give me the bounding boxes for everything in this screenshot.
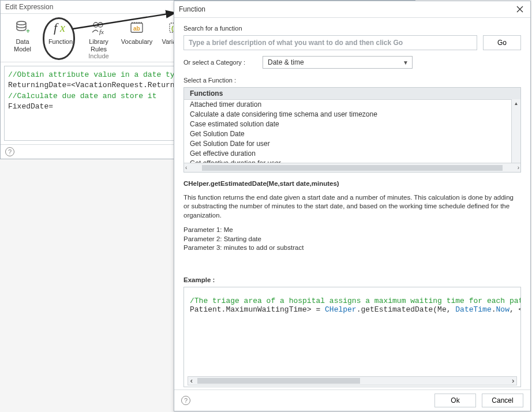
example-now: Now bbox=[496, 305, 509, 314]
toolbar-label: Vocabulary bbox=[121, 38, 152, 46]
scroll-thumb[interactable] bbox=[197, 378, 361, 384]
example-datetime: DateTime bbox=[455, 305, 491, 314]
svg-text:ab: ab bbox=[133, 25, 140, 32]
example-code-box: /The triage area of a hospital assigns a… bbox=[183, 287, 521, 387]
fx-icon: f x bbox=[51, 18, 70, 37]
code-line: FixedDate= bbox=[8, 102, 53, 111]
category-value: Date & time bbox=[268, 58, 304, 66]
category-combobox[interactable]: Date & time ▼ bbox=[263, 56, 413, 69]
svg-text:+: + bbox=[26, 27, 30, 35]
example-call: .getEstimatedDate(Me, bbox=[357, 305, 456, 314]
function-signature: CHelper.getEstimatedDate(Me,start date,m… bbox=[183, 179, 521, 189]
svg-text:fx: fx bbox=[99, 28, 104, 35]
function-list-item[interactable]: Attached timer duration bbox=[184, 100, 520, 110]
toolbar-label: Function bbox=[48, 38, 73, 46]
function-dialog-title: Function bbox=[179, 5, 205, 13]
scroll-left-icon: ‹ bbox=[189, 377, 194, 385]
svg-point-5 bbox=[98, 23, 103, 27]
list-vertical-scrollbar[interactable]: ▲ bbox=[511, 99, 520, 163]
toolbar-function[interactable]: f x Function bbox=[46, 18, 76, 53]
example-tail: , <P bbox=[509, 305, 521, 314]
go-button[interactable]: Go bbox=[483, 35, 521, 50]
library-rules-icon: fx bbox=[89, 18, 108, 37]
help-icon[interactable]: ? bbox=[5, 147, 14, 156]
scroll-right-icon: › bbox=[518, 164, 519, 171]
function-list-item[interactable]: Case estimated solution date bbox=[184, 119, 520, 129]
function-list-item[interactable]: Get effective duration bbox=[184, 149, 520, 159]
scroll-up-icon: ▲ bbox=[512, 99, 520, 107]
example-label: Example : bbox=[183, 276, 521, 283]
help-icon[interactable]: ? bbox=[181, 396, 190, 405]
example-code-prefix: Patient.MaximunWaitingTime> = bbox=[190, 305, 325, 314]
scroll-thumb[interactable] bbox=[202, 165, 503, 171]
toolbar-group-label: Include bbox=[8, 53, 190, 59]
toolbar-library-rules[interactable]: fx Library Rules bbox=[84, 18, 114, 53]
function-list-item[interactable]: Get effective duration for user bbox=[184, 159, 520, 163]
toolbar-group-include: + Data Model f x Function bbox=[8, 18, 190, 61]
select-function-label: Select a Function : bbox=[183, 77, 521, 84]
search-label: Search for a function bbox=[183, 25, 521, 32]
close-button[interactable] bbox=[514, 3, 526, 15]
function-list-header: Functions bbox=[184, 88, 520, 100]
category-label: Or select a Category : bbox=[183, 59, 245, 66]
code-comment: //Calculate due date and store it bbox=[8, 92, 156, 100]
example-comment: /The triage area of a hospital assigns a… bbox=[190, 297, 521, 305]
function-description: CHelper.getEstimatedDate(Me,start date,m… bbox=[183, 179, 521, 272]
svg-point-4 bbox=[93, 23, 98, 27]
chevron-down-icon: ▼ bbox=[403, 59, 409, 66]
scroll-right-icon: › bbox=[511, 377, 515, 385]
svg-point-0 bbox=[17, 21, 26, 25]
function-listbox: Functions Attached timer duration Calcul… bbox=[183, 87, 521, 173]
toolbar-label: Data Model bbox=[14, 38, 31, 53]
vocabulary-icon: ab bbox=[128, 18, 146, 37]
search-input[interactable] bbox=[183, 35, 477, 50]
function-param: Parameter 2: Starting date bbox=[183, 235, 521, 244]
ok-button[interactable]: Ok bbox=[434, 394, 476, 407]
scroll-left-icon: ‹ bbox=[185, 164, 187, 171]
toolbar-vocabulary[interactable]: ab Vocabulary bbox=[122, 18, 152, 53]
cancel-button[interactable]: Cancel bbox=[482, 394, 523, 407]
example-horizontal-scrollbar[interactable]: ‹ › bbox=[188, 376, 517, 385]
function-param: Parameter 3: minutes to add or substract bbox=[183, 244, 521, 253]
svg-text:x: x bbox=[59, 21, 65, 34]
function-param: Parameter 1: Me bbox=[183, 226, 521, 235]
example-class: CHelper bbox=[325, 305, 357, 314]
function-list-item[interactable]: Calculate a date considering time schema… bbox=[184, 110, 520, 119]
svg-text:f: f bbox=[54, 20, 59, 35]
function-list-item[interactable]: Get Solution Date for user bbox=[184, 139, 520, 149]
function-dialog-footer: ? Ok Cancel bbox=[174, 389, 530, 411]
toolbar-label: Library Rules bbox=[89, 38, 108, 53]
function-dialog: Function Search for a function Go Or sel… bbox=[174, 1, 531, 411]
toolbar-data-model[interactable]: + Data Model bbox=[8, 18, 38, 53]
example-dot: . bbox=[492, 305, 496, 314]
function-dialog-titlebar: Function bbox=[174, 1, 530, 18]
function-list-item[interactable]: Get Solution Date bbox=[184, 129, 520, 139]
close-icon bbox=[516, 6, 523, 13]
database-icon: + bbox=[13, 18, 32, 37]
list-horizontal-scrollbar[interactable]: ‹ › bbox=[184, 163, 520, 172]
function-description-text: This function returns the end date given… bbox=[183, 193, 521, 220]
